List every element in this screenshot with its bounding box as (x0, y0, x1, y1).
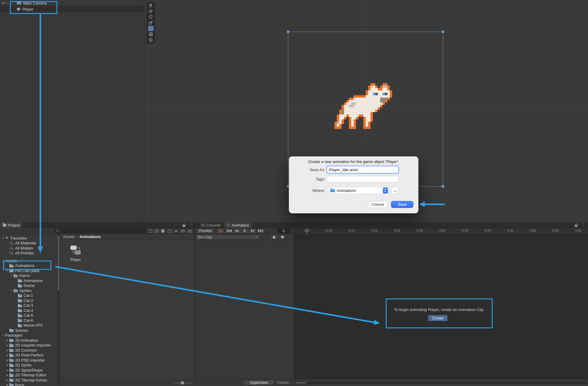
panel-menu-icon[interactable]: ⋮ (581, 223, 585, 227)
scene-tool-button[interactable] (148, 26, 154, 31)
lock-icon[interactable] (183, 225, 185, 227)
tab-animation[interactable]: Animation (224, 222, 252, 228)
expand-arrow-icon[interactable] (5, 359, 9, 362)
panel-menu-icon[interactable]: ⋮ (189, 223, 193, 227)
create-asset-button[interactable]: +▾ (2, 0, 6, 6)
selection-handle[interactable] (287, 30, 289, 33)
current-frame-field[interactable]: 0 (278, 229, 290, 233)
timeline-ruler[interactable]: 0:000:050:100:150:200:250:300:350:400:45… (294, 228, 588, 234)
tree-item[interactable]: Cat-3 (0, 303, 60, 308)
project-search-input[interactable] (55, 229, 147, 233)
breadcrumb-root[interactable]: Assets (63, 234, 75, 239)
expand-arrow-icon[interactable] (5, 344, 9, 347)
lock-icon[interactable] (575, 225, 577, 227)
scene-tool-button[interactable] (148, 31, 154, 37)
tree-item[interactable]: Cat-4 (0, 308, 60, 313)
timeline-scrollbar[interactable] (295, 381, 586, 384)
dopesheet-area[interactable] (294, 234, 588, 379)
expand-arrow-icon[interactable] (10, 289, 14, 292)
player-cat-sprite[interactable] (334, 83, 397, 129)
tab-project[interactable]: Project (0, 222, 23, 228)
scene-tool-button[interactable] (148, 3, 154, 8)
tree-item[interactable]: Burst (0, 383, 60, 386)
scene-tool-button[interactable] (148, 8, 154, 14)
hidden-items-eye-icon[interactable] (181, 230, 185, 232)
tree-item[interactable]: 2D Sprite (0, 363, 60, 368)
tree-item[interactable]: Scenes (0, 328, 60, 333)
scene-tool-button[interactable] (148, 14, 154, 20)
dopesheet-button[interactable]: Dopesheet (244, 380, 274, 385)
tree-item[interactable]: 2D Animation (0, 338, 60, 343)
selection-handle[interactable] (442, 30, 444, 33)
save-as-input[interactable] (327, 166, 399, 173)
tree-item[interactable]: Packages (0, 333, 60, 338)
tab-console[interactable]: Console (199, 222, 224, 228)
asset-item-player[interactable]: Player (69, 243, 82, 262)
expand-arrow-icon[interactable] (5, 349, 9, 352)
tree-item[interactable]: All Materials (0, 241, 60, 246)
cancel-button[interactable]: Cancel (368, 201, 387, 208)
where-folder-dropdown[interactable]: Animations (328, 187, 389, 194)
expand-arrow-icon[interactable] (5, 369, 9, 372)
expand-arrow-icon[interactable] (5, 354, 9, 356)
expand-arrow-icon[interactable] (5, 339, 9, 342)
tree-item[interactable]: Pet Cats pack (0, 268, 60, 273)
expand-arrow-icon[interactable] (5, 374, 9, 376)
tree-item[interactable]: Cat-2 (0, 298, 60, 303)
info-icon[interactable]: ! (168, 229, 171, 233)
go-to-end-button[interactable] (257, 228, 264, 234)
create-clip-button[interactable]: Create (428, 315, 448, 321)
scrollbar-thumb[interactable] (58, 236, 59, 291)
add-event-button[interactable] (279, 235, 286, 240)
tree-item[interactable]: Scene (0, 283, 60, 288)
expand-arrow-icon[interactable] (10, 274, 14, 277)
tree-scrollbar[interactable] (58, 234, 60, 386)
tree-item[interactable]: Animations (0, 263, 60, 268)
tree-item[interactable]: Animations (0, 278, 60, 283)
tree-item[interactable]: Meow-VFX (0, 323, 60, 328)
tree-item[interactable]: Sprites (0, 288, 60, 293)
save-button[interactable]: Save (391, 201, 413, 208)
expand-arrow-icon[interactable] (5, 384, 9, 386)
expand-arrow-icon[interactable] (5, 364, 9, 366)
tree-item[interactable]: All Models (0, 246, 60, 251)
clip-dropdown[interactable]: [No Clip]▼ (196, 235, 260, 240)
hierarchy-item-player[interactable]: Player (0, 6, 144, 12)
tree-item[interactable]: 2D Pixel Perfect (0, 353, 60, 358)
tree-item[interactable]: All Prefabs (0, 251, 60, 256)
breadcrumb-current[interactable]: Animations (80, 234, 101, 239)
next-key-button[interactable] (249, 228, 256, 234)
tree-item[interactable]: 2D Aseprite Importer (0, 343, 60, 348)
expand-arrow-icon[interactable] (5, 269, 9, 272)
tree-item[interactable]: 2D Common (0, 348, 60, 353)
scene-tool-button[interactable] (148, 37, 154, 43)
expand-arrow-icon[interactable] (1, 334, 5, 337)
preview-toggle[interactable]: Preview (196, 228, 214, 234)
expand-arrow-icon[interactable] (1, 259, 5, 262)
sprite-packer-icon[interactable] (149, 229, 152, 233)
tree-item[interactable]: Cat-5 (0, 313, 60, 318)
expand-arrow-icon[interactable] (1, 237, 5, 240)
curves-button[interactable]: Curves (274, 380, 292, 385)
tree-item[interactable]: 2D PSD Importer (0, 358, 60, 363)
tree-item[interactable]: Demo (0, 273, 60, 278)
hierarchy-item-main-camera[interactable]: Main Camera (0, 0, 144, 6)
selection-handle[interactable] (442, 185, 444, 188)
previous-key-button[interactable] (233, 228, 241, 234)
filter-by-type-icon[interactable] (155, 229, 158, 233)
tree-item[interactable]: 2D SpriteShape (0, 368, 60, 373)
record-button[interactable] (217, 228, 224, 234)
tree-item[interactable]: Assets (0, 258, 60, 263)
add-keyframe-button[interactable] (271, 235, 277, 240)
animation-panel-divider[interactable] (294, 228, 294, 379)
tree-item[interactable]: 2D Tilemap Editor (0, 373, 60, 378)
filter-by-label-icon[interactable] (161, 229, 165, 233)
favorites-star-icon[interactable]: ★ (174, 229, 178, 233)
zoom-slider-knob[interactable] (181, 381, 184, 384)
playhead[interactable] (307, 228, 307, 235)
tree-item[interactable]: Favorites (0, 236, 60, 241)
tags-input[interactable] (327, 176, 399, 182)
scrollbar-down-arrow[interactable] (58, 384, 59, 385)
expand-arrow-icon[interactable] (5, 379, 9, 381)
expand-dialog-button[interactable] (391, 187, 399, 194)
